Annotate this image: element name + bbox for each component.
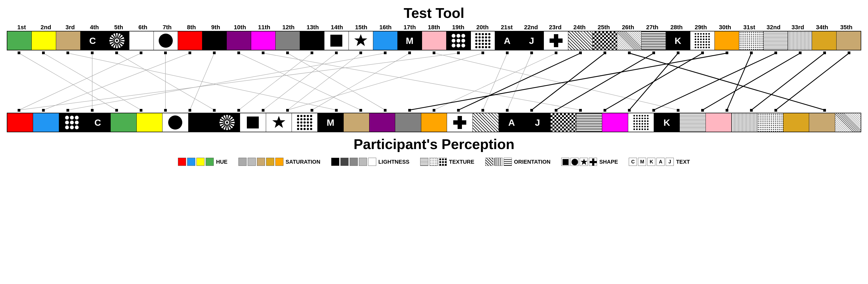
svg-rect-118 <box>213 51 216 54</box>
svg-line-168 <box>629 53 825 110</box>
svg-rect-104 <box>91 109 94 112</box>
svg-point-228 <box>297 115 299 117</box>
svg-point-50 <box>475 46 477 48</box>
svg-rect-196 <box>848 51 850 54</box>
svg-point-25 <box>457 39 460 42</box>
svg-point-225 <box>226 121 228 123</box>
ordinal-label: 13th <box>301 24 325 31</box>
swatch-cell: M <box>398 31 422 50</box>
svg-rect-136 <box>360 51 362 54</box>
ordinal-label: 33rd <box>786 24 810 31</box>
swatch-cell <box>577 113 602 132</box>
svg-line-108 <box>19 53 141 110</box>
svg-rect-178 <box>701 51 704 54</box>
svg-point-54 <box>488 46 490 48</box>
svg-rect-131 <box>237 109 240 112</box>
svg-rect-164 <box>457 109 460 112</box>
ordinal-label: 19th <box>446 24 470 31</box>
svg-point-280 <box>636 126 638 128</box>
swatch-cell <box>32 31 56 50</box>
swatch-cell <box>680 113 706 132</box>
legend-shape-label: SHAPE <box>599 159 618 165</box>
swatch-cell <box>544 31 568 50</box>
svg-point-53 <box>485 46 487 48</box>
svg-point-64 <box>698 36 699 37</box>
swatch-cell <box>757 113 783 132</box>
swatch-cell <box>203 31 227 50</box>
swatch-cell <box>690 31 715 50</box>
svg-point-298 <box>442 164 444 166</box>
svg-line-141 <box>312 53 410 110</box>
ordinal-label: 31st <box>737 24 762 31</box>
swatch-cell: A <box>495 31 520 50</box>
svg-point-203 <box>75 120 79 125</box>
svg-line-132 <box>263 53 336 110</box>
svg-point-245 <box>304 125 306 127</box>
svg-marker-8 <box>109 40 115 42</box>
svg-point-273 <box>633 123 635 125</box>
svg-rect-155 <box>482 109 484 112</box>
svg-rect-152 <box>286 109 289 112</box>
svg-rect-125 <box>579 109 582 112</box>
svg-line-159 <box>434 53 556 110</box>
swatch-cell <box>33 113 59 132</box>
svg-rect-95 <box>115 109 118 112</box>
svg-point-71 <box>700 38 702 40</box>
svg-point-287 <box>639 129 641 130</box>
svg-point-244 <box>300 125 303 127</box>
svg-point-259 <box>644 115 646 116</box>
svg-point-277 <box>644 123 646 125</box>
svg-point-30 <box>475 33 477 35</box>
svg-rect-188 <box>652 109 655 112</box>
svg-point-24 <box>452 39 456 42</box>
swatch-cell <box>783 113 809 132</box>
svg-rect-127 <box>286 51 289 54</box>
swatch-cell <box>292 113 318 132</box>
bottom-title: Participant's Perception <box>0 132 868 155</box>
swatch-cell <box>214 113 240 132</box>
svg-rect-194 <box>750 109 753 112</box>
svg-point-242 <box>310 121 312 123</box>
legend-texture: TEXTURE <box>420 158 474 166</box>
svg-rect-175 <box>677 51 680 54</box>
swatch-cell <box>137 113 162 132</box>
svg-line-117 <box>190 53 214 110</box>
ordinal-label: 35th <box>834 24 858 31</box>
svg-rect-19 <box>330 35 342 47</box>
swatch-cell <box>835 113 861 132</box>
ordinal-label: 26th <box>616 24 640 31</box>
svg-point-46 <box>478 43 480 45</box>
legend-text: CMKAJTEXT <box>629 158 690 166</box>
svg-point-262 <box>636 118 638 119</box>
svg-rect-184 <box>750 51 753 54</box>
swatch-cell <box>617 31 642 50</box>
svg-point-84 <box>703 44 705 45</box>
legend-orientation: ORIENTATION <box>485 158 551 166</box>
svg-point-274 <box>636 123 638 125</box>
swatch-cell <box>421 113 447 132</box>
svg-line-129 <box>239 53 312 110</box>
svg-point-21 <box>452 34 456 38</box>
svg-point-265 <box>644 118 646 119</box>
swatch-cell <box>188 113 214 132</box>
svg-marker-227 <box>272 116 285 128</box>
ordinal-label: 18th <box>422 24 446 31</box>
svg-point-299 <box>445 164 447 166</box>
legend-hue-label: HUE <box>216 159 227 165</box>
svg-point-57 <box>695 33 696 35</box>
swatch-cell: J <box>520 31 544 50</box>
svg-line-183 <box>727 53 751 110</box>
swatch-cell <box>739 31 764 50</box>
ordinal-label: 22nd <box>519 24 543 31</box>
svg-point-285 <box>633 129 635 130</box>
svg-point-18 <box>159 34 173 48</box>
svg-marker-212 <box>226 125 228 130</box>
swatch-cell <box>266 113 292 132</box>
svg-rect-112 <box>164 51 167 54</box>
svg-point-47 <box>482 43 484 45</box>
ordinal-label: 5th <box>106 24 131 31</box>
legend-texture-label: TEXTURE <box>449 159 474 165</box>
svg-point-289 <box>644 129 646 130</box>
ordinal-label: 7th <box>155 24 179 31</box>
ordinal-label: 17th <box>398 24 422 31</box>
